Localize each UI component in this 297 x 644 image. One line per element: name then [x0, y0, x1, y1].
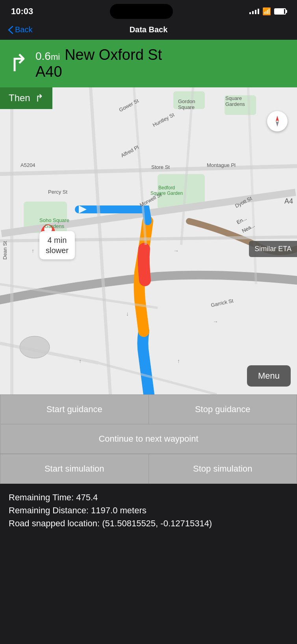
similar-eta-label: Similar ETA	[249, 241, 297, 257]
compass[interactable]	[267, 111, 288, 131]
stop-simulation-button[interactable]: Stop simulation	[148, 454, 297, 484]
svg-text:↓: ↓	[126, 311, 129, 317]
svg-marker-30	[276, 121, 279, 127]
direction-info: 0.6mi New Oxford St A40	[35, 47, 162, 80]
status-time: 10:03	[11, 6, 33, 17]
park-bedford: BedfordSquare Garden	[150, 185, 183, 196]
svg-text:↑: ↑	[32, 248, 34, 254]
nav-bar: Back Data Back	[0, 21, 297, 40]
street-label-gordon: GordonSquare	[178, 98, 195, 110]
remaining-time-label: Remaining Time:	[9, 492, 74, 502]
svg-text:↑: ↑	[79, 358, 82, 364]
direction-street: New Oxford St	[65, 47, 162, 63]
street-label-dean: Dean St	[2, 241, 8, 259]
status-bar: 10:03 📶	[0, 0, 297, 21]
street-label-a5204: A5204	[20, 162, 35, 168]
battery-icon	[274, 8, 286, 15]
simulation-row: Start simulation Stop simulation	[0, 454, 297, 484]
guidance-row: Start guidance Stop guidance	[0, 394, 297, 424]
street-label-squaregardens: SquareGardens	[225, 95, 245, 107]
direction-road: A40	[35, 63, 162, 80]
street-label-montague: Montague Pl	[207, 162, 236, 168]
compass-icon	[270, 114, 284, 128]
then-label: Then	[9, 93, 30, 104]
signal-icon	[249, 9, 259, 14]
remaining-time-line: Remaining Time: 475.4	[9, 491, 288, 504]
notch	[110, 4, 173, 19]
status-icons: 📶	[249, 7, 286, 16]
direction-banner: ↱ 0.6mi New Oxford St A40	[0, 40, 297, 87]
direction-distance: 0.6mi	[35, 50, 60, 63]
remaining-distance-value: 1197.0 meters	[91, 505, 147, 515]
street-label-store: Store St	[151, 164, 170, 170]
road-snapped-label: Road snapped location:	[9, 518, 100, 528]
svg-text:↑: ↑	[177, 358, 180, 364]
back-button[interactable]: Back	[8, 25, 32, 34]
nav-title: Data Back	[130, 25, 168, 34]
road-snapped-line: Road snapped location: (51.50815525, -0.…	[9, 517, 288, 530]
svg-text:→: →	[173, 248, 179, 254]
slower-label: 4 minslower	[39, 231, 75, 259]
remaining-distance-line: Remaining Distance: 1197.0 meters	[9, 504, 288, 517]
start-guidance-button[interactable]: Start guidance	[0, 394, 148, 424]
a4-label: A4	[281, 196, 296, 207]
menu-button[interactable]: Menu	[247, 365, 291, 387]
remaining-distance-label: Remaining Distance:	[9, 505, 89, 515]
svg-text:→: →	[213, 318, 218, 325]
info-panel: Remaining Time: 475.4 Remaining Distance…	[0, 484, 297, 539]
map-container[interactable]: ↑ → ↓ → ↑ ↑ Then ↱ Gower St Huntley St G…	[0, 87, 297, 394]
wifi-icon: 📶	[262, 7, 271, 16]
street-label-percy: Percy St	[48, 189, 67, 195]
road-snapped-value: (51.50815525, -0.12715314)	[102, 518, 212, 528]
continue-waypoint-button[interactable]: Continue to next waypoint	[0, 424, 297, 454]
remaining-time-value: 475.4	[76, 492, 98, 502]
then-bar: Then ↱	[0, 87, 52, 109]
svg-marker-29	[276, 116, 279, 121]
controls-panel: Start guidance Stop guidance Continue to…	[0, 394, 297, 484]
park-soho: Soho SquareGardens	[39, 217, 69, 229]
then-turn-icon: ↱	[35, 92, 44, 104]
back-chevron-icon	[8, 26, 13, 34]
turn-arrow-icon: ↱	[9, 52, 28, 75]
stop-guidance-button[interactable]: Stop guidance	[148, 394, 297, 424]
start-simulation-button[interactable]: Start simulation	[0, 454, 148, 484]
